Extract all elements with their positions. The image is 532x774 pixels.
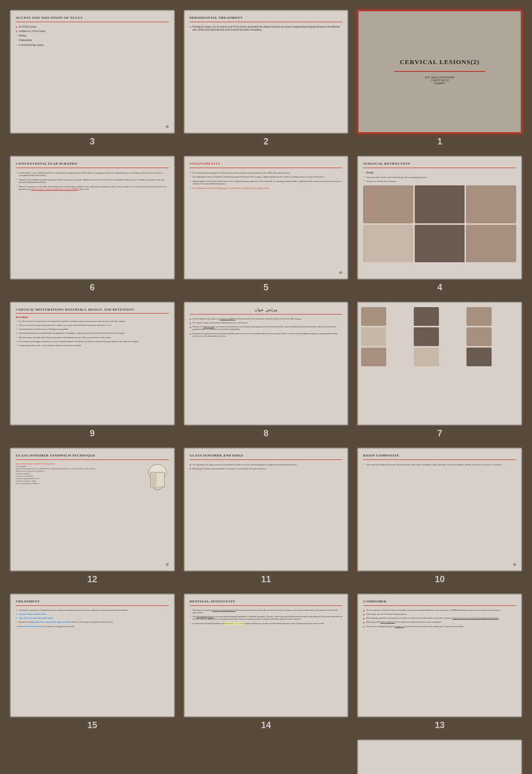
- slide-number-3: 3: [90, 137, 95, 147]
- slide-9-item-7: In large preparations, pins or other ret…: [16, 345, 169, 347]
- slide-4-item-2: The incision(s) should not be extended p…: [363, 176, 516, 179]
- svg-rect-2: [152, 473, 157, 486]
- slide-7-img-3: [466, 307, 492, 326]
- slide-wrapper-1: CERVICAL LESIONS(2) DR. NEDA HOSSEINICHA…: [357, 10, 522, 147]
- slide-15-item-1: Treatment or prevention of hypersensitiv…: [16, 609, 169, 612]
- slide-7-images-top: [361, 307, 518, 326]
- slide-15[interactable]: TREATMENT Treatment or prevention of hyp…: [10, 594, 175, 717]
- slide-6-item-2: Surgical crown lengthening with ostectom…: [16, 178, 169, 184]
- slide-7-images-mid: [361, 327, 518, 346]
- slide-number-1: 1: [437, 137, 442, 147]
- slide-wrapper-10: RESIN COMPOSITE The extent and depth of …: [357, 448, 522, 585]
- slide-9[interactable]: CERVICAL RESTORATIONS MATERIALS, DESIGN,…: [10, 302, 175, 425]
- slide-13-item-1: On the continuum of fluoride-releasing m…: [363, 609, 516, 612]
- slide-14[interactable]: DENTINAL SENSITIVITY Sensitivity is caus…: [184, 594, 349, 717]
- slide-2[interactable]: PERIODONTAL TREATMENT Periodontal surger…: [184, 10, 349, 134]
- slide-7-img-5: [414, 327, 439, 346]
- slide-14-title: DENTINAL SENSITIVITY: [190, 599, 343, 603]
- slide-13-title: COMPOMER: [363, 599, 516, 603]
- slide-2-item-1: Periodontal surgery can be used to cover…: [190, 26, 343, 32]
- slide-12-underline: [16, 459, 169, 460]
- sound-icon-10: [512, 562, 518, 567]
- slide-10[interactable]: RESIN COMPOSITE The extent and depth of …: [357, 448, 522, 571]
- slide-8-item-3: However, for anterior teeth, an increase…: [190, 326, 343, 331]
- slide-5-title: GINGIVOPLASTY: [190, 162, 343, 166]
- slide-10-title: RESIN COMPOSITE: [363, 454, 516, 457]
- slide-7[interactable]: [357, 302, 522, 425]
- slide-4-img-3: [466, 185, 516, 223]
- slide-wrapper-4: SURGICAL RETRACTION Miniflap The incisio…: [357, 156, 522, 293]
- slide-12-content: glass ionomer is used to replace the mis…: [16, 462, 169, 496]
- slide-12-item-4: enhance esthetics: [16, 473, 145, 475]
- slide-number-9: 9: [90, 428, 95, 439]
- slide-4-item-3: Sutures are usually not necessary.: [363, 180, 516, 183]
- slide-8-item-4: A combined surgical-restorative procedur…: [190, 333, 343, 338]
- slide-7-img-6: [466, 327, 492, 346]
- slide-6-underline: [16, 168, 169, 168]
- slide-7-img-9: [466, 348, 492, 366]
- slide-4-img-4: [363, 225, 413, 262]
- slide-12-item-6: enhance marginal performance: [16, 478, 145, 480]
- slide-12-item-8: and to have abrasion resilience: [16, 483, 145, 485]
- slide-wrapper-13: COMPOMER On the continuum of fluoride-re…: [357, 594, 522, 731]
- slide-8-item-2: Too long of a delay could result in inad…: [190, 322, 343, 324]
- slide-9-item-5: With this design, the walls of the Class…: [16, 337, 169, 339]
- slide-11-title: GLASS IONOMER AND RMGI: [190, 454, 343, 457]
- slide-15-item-5: A was found to be effective in the treat…: [16, 626, 169, 628]
- slide-4-img-1: [363, 185, 413, 223]
- slide-6[interactable]: CONVENTIONAL FLAP SURGERY If restoration…: [10, 156, 175, 280]
- slide-1[interactable]: CERVICAL LESIONS(2) DR. NEDA HOSSEINICHA…: [357, 10, 522, 134]
- slide-12-item-7: provide a sensitive surface: [16, 480, 145, 482]
- slide-16[interactable]: THE END پایان خیر باشه: [357, 739, 522, 774]
- slide-10-underline: [363, 459, 516, 460]
- slide-wrapper-11: GLASS IONOMER AND RMGI The preparation f…: [184, 448, 349, 585]
- slide-3[interactable]: ACCESS AND ISOLATION OF NCCLS the 212SA …: [10, 10, 175, 134]
- slide-4[interactable]: SURGICAL RETRACTION Miniflap The incisio…: [357, 156, 522, 280]
- slide-number-4: 4: [437, 282, 442, 293]
- slide-13-underline: [363, 605, 516, 606]
- slide-13[interactable]: COMPOMER On the continuum of fluoride-re…: [357, 594, 522, 717]
- slide-12[interactable]: GLASS-IONOMER SANDWICH TECHNIQUE glass i…: [10, 448, 175, 571]
- slide-9-item-1: For the treatment of caries lesions, the…: [16, 320, 169, 323]
- slide-5-item-3: If gingivoplasty would result in less th…: [190, 180, 343, 185]
- slide-7-img-8: [414, 348, 439, 366]
- slide-grid: ACCESS AND ISOLATION OF NCCLS the 212SA …: [10, 10, 522, 774]
- slide-7-img-4: [361, 327, 386, 346]
- sound-icon-5: [338, 270, 344, 276]
- slide-12-title: GLASS-IONOMER SANDWICH TECHNIQUE: [16, 454, 169, 457]
- slide-9-item-4: Cervicofocal bevels are contraindicated …: [16, 332, 169, 335]
- slide-14-item-1: Sensitivity is caused by exposure of den…: [190, 609, 343, 615]
- slide-1-red-line: [394, 71, 485, 72]
- slide-12-item-1: color makeup: [16, 465, 145, 467]
- slide-8-title: ویرایش عنوان: [190, 308, 343, 312]
- slide-11-item-1: The preparation for glass-ionomer restor…: [190, 463, 343, 466]
- sound-icon-3: [165, 124, 171, 130]
- slide-8[interactable]: ویرایش عنوان If crown lengthening surger…: [184, 302, 349, 425]
- slide-7-img-2: [414, 307, 439, 326]
- slide-9-heading: ◆ Amalgam: [16, 316, 169, 318]
- slide-9-item-2: There is no need to create sharp interna…: [16, 324, 169, 327]
- slide-7-img-7: [361, 348, 386, 366]
- slide-15-item-2: provide at least short-term relief.: [16, 613, 169, 616]
- slide-9-title: CERVICAL RESTORATIONS MATERIALS, DESIGN,…: [16, 308, 169, 311]
- slide-5[interactable]: GINGIVOPLASTY The width of attached ging…: [184, 156, 349, 280]
- slide-4-item-1: Miniflap: [363, 172, 516, 175]
- slide-13-item-3: Most physical properties of compomers ar…: [363, 617, 516, 620]
- slide-number-8: 8: [264, 428, 268, 439]
- slide-3-item-1: the 212SA clamps: [16, 26, 169, 29]
- slide-12-item-3: A sheet of zinc can create is placed in: [16, 470, 145, 472]
- slide-wrapper-2: PERIODONTAL TREATMENT Periodontal surger…: [184, 10, 349, 147]
- slide-4-img-6: [466, 225, 516, 262]
- slide-14-item-3: the teeth that were hypersensitive had e…: [190, 623, 343, 625]
- slide-11[interactable]: GLASS IONOMER AND RMGI The preparation f…: [184, 448, 349, 571]
- slide-number-12: 12: [87, 574, 97, 585]
- slide-1-subtitle: DR. NEDA HOSSEINICHAPTER 15SUMMIT: [425, 76, 454, 85]
- slide-3-item-5: Conventional flap surgery: [16, 44, 169, 47]
- slide-number-6: 6: [90, 282, 95, 293]
- slide-5-item-1: The width of attached gingiva is determi…: [190, 172, 343, 175]
- slide-4-title: SURGICAL RETRACTION: [363, 162, 516, 166]
- slide-15-item-3: have also been used with positive result…: [16, 617, 169, 620]
- slide-number-11: 11: [261, 574, 271, 585]
- slide-9-item-3: Cervical margins should be close to 90 d…: [16, 328, 169, 331]
- slide-12-bullets: glass ionomer is used to replace the mis…: [16, 462, 145, 496]
